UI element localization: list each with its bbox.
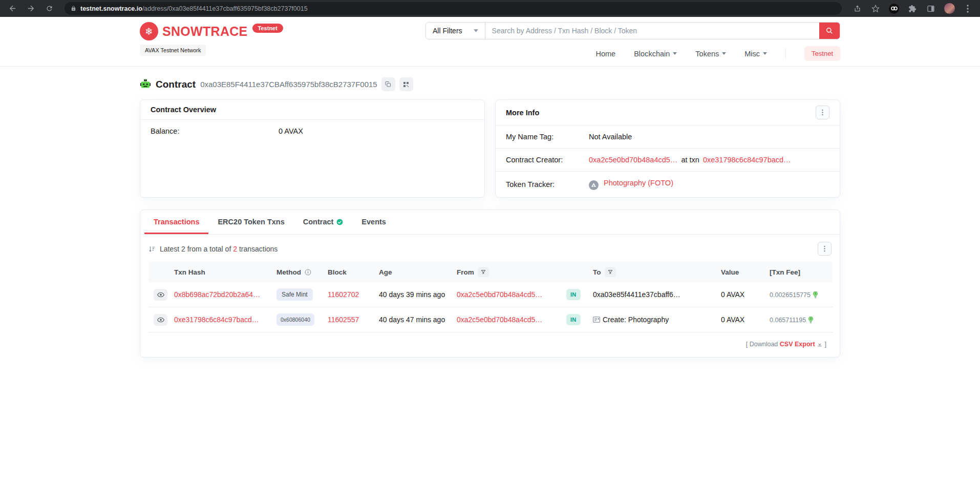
page-title-row: Contract 0xa03E85F4411e37CBAff635975bf38… (140, 67, 840, 99)
from-filter-button[interactable] (478, 267, 489, 277)
tab-erc20-token-txns[interactable]: ERC20 Token Txns (208, 210, 293, 234)
token-tracker-link[interactable]: Photography (FOTO) (604, 179, 673, 187)
logo-text: SNOWTRACE (162, 24, 248, 39)
svg-text:$: $ (815, 292, 816, 295)
eye-icon (157, 292, 164, 298)
at-txn-text: at txn (681, 156, 699, 164)
chevron-down-icon (474, 29, 478, 32)
txn-hash-link[interactable]: 0xe31798c6c84c97bacd… (174, 316, 259, 324)
site-header: ❄ SNOWTRACE Testnet AVAX Testnet Network… (0, 17, 980, 67)
col-direction (562, 262, 589, 282)
to-filter-button[interactable] (605, 267, 616, 277)
contract-creator-label: Contract Creator: (506, 156, 589, 164)
browser-forward-button[interactable] (24, 3, 38, 15)
search-icon (826, 27, 833, 34)
url-path: /address/0xa03e85f4411e37cbaff635975bf38… (142, 5, 308, 12)
snowtrace-logo[interactable]: ❄ SNOWTRACE Testnet (140, 22, 283, 40)
bookmark-star-button[interactable] (868, 3, 883, 15)
extension-avatar-button[interactable] (887, 3, 901, 15)
balance-value: 0 AVAX (279, 127, 303, 135)
nav-tokens[interactable]: Tokens (695, 50, 726, 58)
chevron-down-icon (722, 52, 726, 55)
contract-robot-avatar-icon (140, 79, 151, 90)
txn-fee: 0.065711195 (770, 317, 806, 324)
info-icon[interactable] (305, 269, 311, 276)
tx-preview-button[interactable] (154, 289, 167, 301)
copy-address-button[interactable] (381, 77, 395, 91)
search-bar: All Filters (425, 22, 840, 39)
token-tracker-label: Token Tracker: (506, 180, 589, 188)
to-create-contract: Create: Photography (603, 316, 669, 324)
col-block: Block (324, 262, 375, 282)
qr-code-button[interactable] (399, 77, 413, 91)
tx-total-count: 2 (233, 245, 237, 253)
name-tag-label: My Name Tag: (506, 133, 589, 141)
logo-testnet-badge: Testnet (252, 24, 283, 33)
tab-events[interactable]: Events (352, 210, 395, 234)
tx-options-button[interactable] (818, 242, 832, 256)
method-badge: 0x60806040 (276, 313, 314, 326)
kebab-icon (822, 109, 823, 116)
copy-icon (385, 81, 391, 88)
col-age[interactable]: Age (375, 262, 453, 282)
col-to: To (589, 262, 717, 282)
gas-bulb-icon[interactable]: $ (808, 317, 814, 324)
nav-misc[interactable]: Misc (744, 50, 767, 58)
tx-summary-text: Latest 2 from a total of 2 transactions (160, 245, 278, 253)
from-address-link[interactable]: 0xa2c5e0bd70b48a4cd5… (457, 316, 542, 324)
snowflake-icon: ❄ (140, 22, 158, 40)
creator-txn-link[interactable]: 0xe31798c6c84c97bacd… (703, 156, 791, 164)
col-method: Method (272, 262, 324, 282)
from-address-link[interactable]: 0xa2c5e0bd70b48a4cd5… (457, 290, 542, 299)
download-icon (817, 341, 823, 347)
chevron-down-icon (763, 52, 767, 55)
eye-icon (157, 317, 164, 323)
search-filter-dropdown[interactable]: All Filters (426, 23, 485, 39)
value-cell: 0 AVAX (717, 282, 765, 307)
block-link[interactable]: 11602702 (328, 290, 359, 299)
tab-transactions[interactable]: Transactions (144, 210, 208, 234)
creator-address-link[interactable]: 0xa2c5e0bd70b48a4cd5… (589, 156, 677, 164)
tab-contract[interactable]: Contract (294, 210, 353, 234)
transactions-card: Transactions ERC20 Token Txns Contract E… (140, 209, 840, 358)
method-badge: Safe Mint (276, 288, 313, 301)
nav-home[interactable]: Home (596, 50, 616, 58)
qr-code-icon (403, 81, 409, 88)
csv-export-link[interactable]: CSV Export (780, 341, 815, 348)
url-host: testnet.snowtrace.io (80, 5, 142, 12)
main-nav: Home Blockchain Tokens Misc Testnet (596, 46, 841, 61)
svg-text:$: $ (810, 318, 812, 320)
filter-funnel-icon (608, 269, 613, 275)
share-button[interactable] (850, 3, 864, 15)
extension-owl-icon (889, 4, 899, 14)
browser-profile-avatar[interactable] (942, 3, 956, 15)
chevron-down-icon (673, 52, 677, 55)
sidebar-toggle-button[interactable] (924, 3, 938, 15)
search-input[interactable] (485, 23, 819, 39)
search-button[interactable] (819, 23, 840, 39)
tabs-bar: Transactions ERC20 Token Txns Contract E… (140, 210, 840, 235)
age-cell: 40 days 39 mins ago (375, 282, 453, 307)
token-logo-icon (589, 180, 599, 190)
age-cell: 40 days 47 mins ago (375, 307, 453, 332)
transactions-table: Txn Hash Method Block Age From To Value … (148, 262, 833, 332)
block-link[interactable]: 11602557 (328, 316, 359, 324)
extensions-puzzle-button[interactable] (905, 3, 920, 15)
filter-funnel-icon (481, 269, 486, 275)
nav-testnet-button[interactable]: Testnet (804, 46, 840, 61)
col-from: From (453, 262, 562, 282)
gas-bulb-icon[interactable]: $ (813, 291, 818, 299)
browser-reload-button[interactable] (42, 3, 56, 15)
nav-divider (785, 48, 786, 59)
contract-creation-icon (593, 317, 600, 323)
address-bar[interactable]: testnet.snowtrace.io/address/0xa03e85f44… (65, 2, 842, 15)
value-cell: 0 AVAX (717, 307, 765, 332)
verified-check-icon (336, 219, 343, 225)
browser-back-button[interactable] (5, 3, 19, 15)
browser-menu-button[interactable] (961, 3, 975, 15)
more-info-menu-button[interactable] (816, 106, 829, 119)
tx-preview-button[interactable] (154, 314, 167, 326)
col-value: Value (717, 262, 765, 282)
txn-hash-link[interactable]: 0x8b698ac72bd20b2a64… (174, 290, 260, 299)
nav-blockchain[interactable]: Blockchain (634, 50, 677, 58)
